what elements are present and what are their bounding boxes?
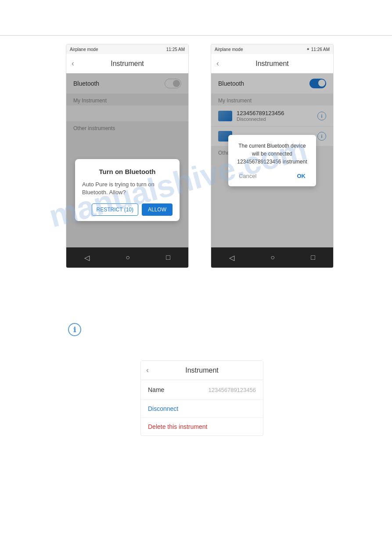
right-app-header: ‹ Instrument	[211, 54, 333, 73]
right-dialog-overlay: The current Bluetooth device will be con…	[211, 73, 333, 247]
right-status-left: Airplane mode	[215, 47, 243, 52]
phones-row: Airplane mode 11:25 AM ‹ Instrument Blue…	[66, 44, 334, 268]
right-header-title: Instrument	[255, 60, 289, 68]
left-status-time: 11:25 AM	[166, 47, 185, 52]
right-dialog-box: The current Bluetooth device will be con…	[228, 135, 316, 186]
left-dialog-overlay: Turn on Bluetooth Auto Pure is trying to…	[66, 73, 188, 247]
left-phone-content: Bluetooth My Instrument Other instrument…	[66, 73, 188, 247]
bottom-back-arrow[interactable]: ‹	[146, 366, 149, 375]
delete-link[interactable]: Delete this instrument	[141, 418, 263, 435]
info-circle-icon: ℹ	[68, 323, 81, 336]
info-icon-section: ℹ	[68, 323, 81, 336]
right-dialog-buttons: Cancel OK	[235, 173, 309, 179]
left-restrict-button[interactable]: RESTRICT (10)	[92, 203, 138, 216]
right-nav-square[interactable]: □	[311, 254, 315, 261]
right-dialog-message: The current Bluetooth device will be con…	[235, 142, 309, 166]
bottom-panel: ‹ Instrument Name 123456789123456 Discon…	[140, 360, 263, 436]
right-ok-button[interactable]: OK	[297, 173, 306, 179]
left-app-header: ‹ Instrument	[66, 54, 188, 73]
right-status-bar: Airplane mode ✦ 11:26 AM	[211, 44, 333, 54]
left-phone: Airplane mode 11:25 AM ‹ Instrument Blue…	[66, 44, 189, 268]
right-nav-bar: ◁ ○ □	[211, 247, 333, 268]
left-nav-square[interactable]: □	[166, 254, 170, 261]
bottom-panel-header: ‹ Instrument	[141, 361, 263, 380]
right-back-arrow[interactable]: ‹	[216, 59, 219, 68]
right-nav-home[interactable]: ○	[270, 254, 275, 261]
left-nav-home[interactable]: ○	[126, 254, 130, 261]
right-phone-content: Bluetooth My Instrument 123456789123456 …	[211, 73, 333, 247]
left-status-bar: Airplane mode 11:25 AM	[66, 44, 188, 54]
left-status-left: Airplane mode	[70, 47, 98, 52]
left-nav-back[interactable]: ◁	[84, 254, 90, 262]
right-nav-back[interactable]: ◁	[229, 254, 234, 262]
left-dialog-box: Turn on Bluetooth Auto Pure is trying to…	[75, 159, 180, 221]
bottom-name-row: Name 123456789123456	[141, 380, 263, 400]
left-dialog-buttons: RESTRICT (10) ALLOW	[82, 203, 173, 216]
right-status-right: ✦ 11:26 AM	[306, 47, 330, 52]
right-status-time: 11:26 AM	[311, 47, 330, 52]
bottom-name-label: Name	[148, 386, 164, 393]
right-phone: Airplane mode ✦ 11:26 AM ‹ Instrument Bl…	[211, 44, 334, 268]
left-header-title: Instrument	[111, 60, 144, 68]
left-nav-bar: ◁ ○ □	[66, 247, 188, 268]
disconnect-link[interactable]: Disconnect	[141, 400, 263, 418]
left-status-right: 11:25 AM	[166, 47, 185, 52]
right-bt-icon: ✦	[306, 47, 310, 51]
top-divider	[0, 35, 392, 36]
bottom-name-value: 123456789123456	[209, 387, 256, 393]
left-back-arrow[interactable]: ‹	[72, 59, 74, 68]
left-dialog-title: Turn on Bluetooth	[82, 168, 173, 175]
left-allow-button[interactable]: ALLOW	[142, 203, 173, 216]
bottom-panel-title: Instrument	[185, 366, 219, 374]
right-cancel-button[interactable]: Cancel	[239, 173, 256, 179]
left-dialog-message: Auto Pure is trying to turn on Bluetooth…	[82, 181, 173, 196]
